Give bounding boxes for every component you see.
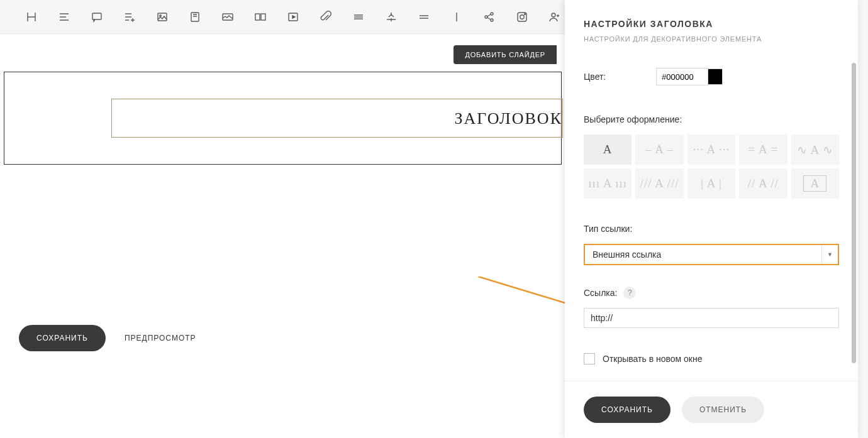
style-option-5[interactable]: ∿ A ∿ [791, 134, 839, 165]
add-slider-button[interactable]: ДОБАВИТЬ СЛАЙДЕР [453, 45, 557, 64]
style-option-9[interactable]: // A // [739, 168, 787, 199]
comment-icon[interactable] [91, 11, 103, 23]
open-new-label: Открывать в новом окне [603, 354, 702, 364]
style-option-4[interactable]: = A = [739, 134, 787, 165]
panel-save-button[interactable]: СОХРАНИТЬ [584, 397, 670, 423]
svg-point-8 [485, 16, 487, 18]
style-option-7[interactable]: /// A /// [635, 168, 683, 199]
url-input[interactable] [584, 308, 839, 328]
style-grid: A – A – ··· A ··· = A = ∿ A ∿ ııı A ııı … [584, 134, 839, 199]
side-strip [858, 0, 868, 438]
image-alt-icon[interactable] [189, 11, 201, 23]
image-icon[interactable] [156, 11, 169, 23]
add-user-icon[interactable] [548, 11, 561, 23]
panel-cancel-button[interactable]: ОТМЕНИТЬ [682, 397, 764, 423]
gallery-icon[interactable] [254, 11, 267, 23]
svg-point-9 [491, 13, 493, 15]
image-wide-icon[interactable] [221, 11, 234, 23]
svg-point-2 [160, 14, 162, 16]
hr-icon[interactable] [418, 11, 430, 23]
attachment-icon[interactable] [320, 11, 332, 23]
help-icon[interactable]: ? [623, 287, 636, 299]
video-icon[interactable] [287, 11, 299, 23]
color-label: Цвет: [584, 72, 656, 82]
panel-footer: СОХРАНИТЬ ОТМЕНИТЬ [565, 381, 858, 438]
panel-subtitle: НАСТРОЙКИ ДЛЯ ДЕКОРАТИВНОГО ЭЛЕМЕНТА [584, 35, 839, 43]
svg-point-10 [491, 19, 493, 21]
color-input[interactable] [656, 68, 708, 85]
preview-button[interactable]: ПРЕДПРОСМОТР [125, 334, 196, 342]
url-label: Ссылка: [584, 288, 617, 298]
svg-rect-5 [255, 14, 260, 20]
style-option-3[interactable]: ··· A ··· [687, 134, 735, 165]
divider-icon[interactable] [352, 11, 365, 23]
svg-point-13 [525, 13, 526, 14]
share-icon[interactable] [483, 11, 496, 23]
style-option-1[interactable]: A [584, 134, 632, 165]
svg-point-12 [520, 14, 524, 18]
link-type-value: Внешняя ссылка [585, 249, 821, 260]
editor-block: ЗАГОЛОВОК [4, 72, 562, 165]
svg-rect-3 [191, 13, 199, 21]
link-type-label: Тип ссылки: [584, 224, 839, 234]
svg-rect-1 [158, 13, 167, 21]
anchor-icon[interactable] [385, 11, 398, 23]
style-option-2[interactable]: – A – [635, 134, 683, 165]
svg-line-15 [478, 276, 577, 307]
color-swatch[interactable] [708, 68, 723, 85]
svg-rect-0 [92, 13, 101, 19]
open-new-checkbox[interactable] [584, 353, 595, 364]
save-button[interactable]: СОХРАНИТЬ [19, 325, 106, 351]
heading-icon[interactable] [25, 11, 38, 23]
style-label: Выберите оформление: [584, 114, 839, 124]
bottom-bar: СОХРАНИТЬ ПРЕДПРОСМОТР [19, 325, 196, 351]
style-option-8[interactable]: | A | [687, 168, 735, 199]
svg-point-14 [552, 13, 555, 17]
style-option-10[interactable]: A [791, 168, 839, 199]
instagram-icon[interactable] [516, 11, 528, 23]
link-type-select[interactable]: Внешняя ссылка ▼ [584, 244, 839, 265]
list-plus-icon[interactable] [123, 11, 136, 23]
panel-scrollbar[interactable] [852, 63, 856, 363]
chevron-down-icon: ▼ [821, 245, 838, 264]
style-option-6[interactable]: ııı A ııı [584, 168, 632, 199]
heading-element[interactable]: ЗАГОЛОВОК [111, 99, 563, 138]
settings-panel: НАСТРОЙКИ ЗАГОЛОВКА НАСТРОЙКИ ДЛЯ ДЕКОРА… [565, 0, 858, 438]
align-icon[interactable] [58, 11, 70, 23]
svg-rect-6 [261, 14, 265, 20]
vline-icon[interactable] [450, 11, 463, 23]
panel-title: НАСТРОЙКИ ЗАГОЛОВКА [584, 19, 839, 29]
heading-text: ЗАГОЛОВОК [454, 109, 562, 128]
